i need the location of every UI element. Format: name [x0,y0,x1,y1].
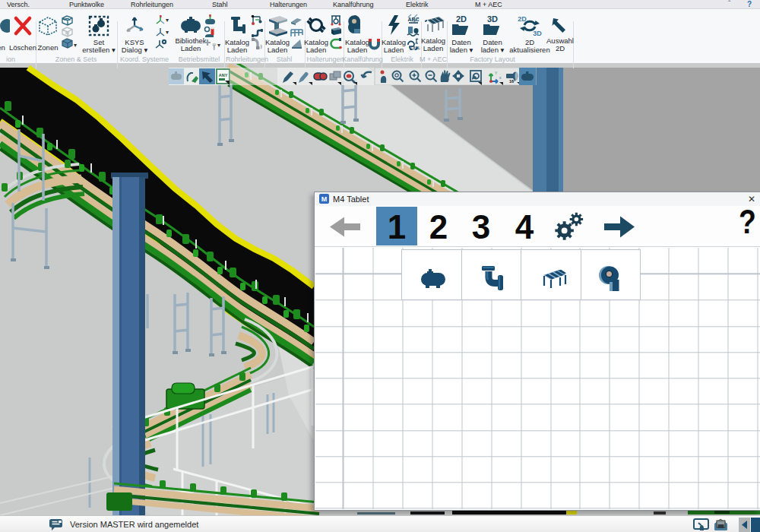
svg-text:ANY: ANY [219,73,228,78]
svg-text:3D: 3D [487,15,498,24]
svg-text:M: M [321,195,328,203]
svg-text:2D: 2D [456,15,467,24]
svg-text:ABC: ABC [407,17,419,22]
svg-text:16°: 16° [509,79,515,84]
svg-text:CABLE: CABLE [410,46,420,50]
